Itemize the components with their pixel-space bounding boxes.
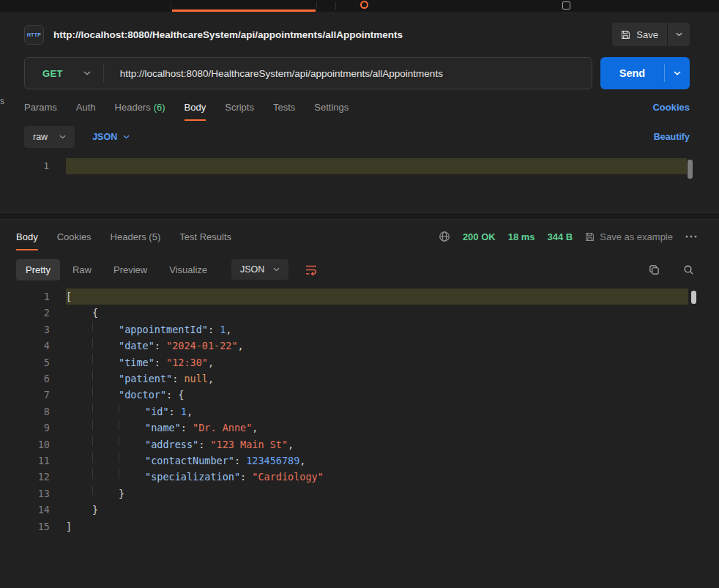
response-view-preview[interactable]: Preview bbox=[104, 259, 157, 280]
response-format-label: JSON bbox=[240, 264, 264, 275]
indent-guide bbox=[66, 469, 92, 479]
editor-scrollbar-thumb[interactable] bbox=[688, 160, 693, 179]
body-type-select[interactable]: JSON bbox=[92, 132, 130, 142]
token: , bbox=[252, 422, 258, 433]
request-tab-settings[interactable]: Settings bbox=[314, 89, 349, 124]
indent-guide bbox=[66, 403, 92, 414]
response-code-line: 6"patient": null, bbox=[0, 371, 688, 387]
indent-guide bbox=[66, 354, 92, 365]
token: } bbox=[92, 504, 98, 516]
token: "patient" bbox=[119, 373, 172, 384]
more-actions-button[interactable] bbox=[685, 235, 697, 238]
response-scrollbar-thumb[interactable] bbox=[691, 291, 696, 304]
indent-guide bbox=[92, 321, 119, 332]
line-number: 13 bbox=[0, 485, 66, 502]
pane-splitter[interactable] bbox=[0, 212, 719, 220]
send-button[interactable]: Send bbox=[600, 57, 664, 89]
token: "12:30" bbox=[166, 357, 208, 368]
line-number: 12 bbox=[0, 469, 66, 485]
request-tab-headers[interactable]: Headers(6) bbox=[115, 89, 165, 124]
tab-label: Body bbox=[16, 231, 38, 242]
send-dropdown-button[interactable] bbox=[665, 57, 690, 89]
response-view-pretty[interactable]: Pretty bbox=[16, 259, 60, 280]
globe-icon[interactable] bbox=[439, 231, 450, 242]
indent-guide bbox=[66, 387, 92, 397]
response-code-line: 9"name": "Dr. Anne", bbox=[0, 420, 688, 436]
tab-separator bbox=[335, 2, 336, 10]
layout-icon[interactable] bbox=[562, 1, 570, 10]
copy-icon[interactable] bbox=[646, 261, 663, 278]
request-tab-scripts[interactable]: Scripts bbox=[225, 89, 254, 124]
response-view-raw[interactable]: Raw bbox=[63, 259, 101, 280]
code-text: "time": "12:30", bbox=[66, 354, 688, 371]
url-input[interactable]: http://localhost:8080/HealthcareSystem/a… bbox=[104, 68, 592, 79]
tab-label: Headers bbox=[115, 102, 151, 113]
response-code-line: 7"doctor": { bbox=[0, 387, 688, 403]
indent-guide bbox=[92, 354, 119, 365]
token: 123456789 bbox=[246, 455, 299, 466]
url-input-container: GET http://localhost:8080/HealthcareSyst… bbox=[24, 57, 592, 89]
save-as-example-label: Save as example bbox=[600, 231, 673, 242]
token: "id" bbox=[145, 406, 169, 417]
response-code-line: 14} bbox=[0, 502, 688, 518]
indent-guide bbox=[66, 305, 92, 315]
chevron-down-icon bbox=[674, 71, 681, 75]
line-number: 15 bbox=[0, 518, 66, 535]
response-format-select[interactable]: JSON bbox=[231, 259, 288, 280]
method-label: GET bbox=[42, 68, 63, 79]
code-text: "date": "2024-01-22", bbox=[66, 338, 688, 354]
token: { bbox=[92, 307, 98, 319]
chevron-down-icon bbox=[59, 135, 66, 139]
token: "address" bbox=[145, 439, 198, 450]
token: , bbox=[238, 340, 244, 351]
token: "Dr. Anne" bbox=[193, 422, 252, 433]
beautify-link[interactable]: Beautify bbox=[654, 132, 690, 142]
token: : bbox=[208, 324, 220, 335]
indent-guide bbox=[92, 338, 119, 348]
body-mode-select[interactable]: raw bbox=[24, 126, 75, 148]
request-tab-tests[interactable]: Tests bbox=[273, 89, 295, 124]
editor-text-area[interactable] bbox=[66, 158, 687, 204]
editor-active-line-highlight bbox=[66, 158, 687, 174]
cookies-link[interactable]: Cookies bbox=[652, 102, 690, 113]
indent-guide bbox=[92, 403, 119, 414]
token: } bbox=[119, 488, 124, 499]
tab-count-badge: (6) bbox=[154, 102, 165, 113]
response-body-viewer[interactable]: 1[2{3"appointmentId": 1,4"date": "2024-0… bbox=[0, 286, 719, 535]
response-tab-cookies[interactable]: Cookies bbox=[57, 220, 92, 253]
response-tab-headers-5[interactable]: Headers (5) bbox=[111, 220, 161, 253]
request-tab-params[interactable]: Params bbox=[24, 89, 57, 124]
save-button[interactable]: Save bbox=[612, 23, 667, 46]
indent-guide bbox=[119, 420, 145, 430]
response-code-line: 11"contactNumber": 123456789, bbox=[0, 453, 688, 469]
response-code-line: 13} bbox=[0, 485, 688, 502]
token: "2024-01-22" bbox=[166, 340, 238, 351]
token: "contactNumber" bbox=[145, 455, 234, 466]
tab-separator bbox=[171, 2, 171, 10]
line-number: 14 bbox=[0, 502, 66, 518]
code-text: ] bbox=[66, 518, 688, 535]
save-as-example-button[interactable]: Save as example bbox=[585, 231, 673, 242]
method-select[interactable]: GET bbox=[25, 58, 103, 89]
response-view-visualize[interactable]: Visualize bbox=[160, 259, 217, 280]
line-number: 2 bbox=[0, 305, 66, 321]
request-tab-body[interactable]: Body bbox=[185, 89, 206, 124]
token: , bbox=[187, 406, 193, 417]
response-tab-body[interactable]: Body bbox=[16, 220, 38, 253]
response-tab-test-results[interactable]: Test Results bbox=[179, 220, 231, 253]
http-badge-label: HTTP bbox=[27, 32, 41, 37]
line-wrap-icon[interactable] bbox=[305, 263, 318, 276]
request-tab-auth[interactable]: Auth bbox=[76, 89, 96, 124]
save-icon bbox=[621, 30, 630, 40]
indent-guide bbox=[92, 371, 119, 381]
workspace-tab-bar bbox=[0, 0, 719, 12]
token: "name" bbox=[145, 422, 181, 433]
save-dropdown-button[interactable] bbox=[668, 23, 690, 46]
line-number: 4 bbox=[0, 338, 66, 354]
api-client-window: s HTTP http://localhost:8080/HealthcareS… bbox=[0, 0, 719, 588]
search-icon[interactable] bbox=[680, 261, 697, 278]
chevron-down-icon bbox=[83, 71, 91, 75]
response-toolbar: PrettyRawPreviewVisualize JSON bbox=[0, 253, 719, 286]
token: , bbox=[299, 455, 305, 466]
request-body-editor[interactable]: 1 bbox=[0, 158, 719, 204]
